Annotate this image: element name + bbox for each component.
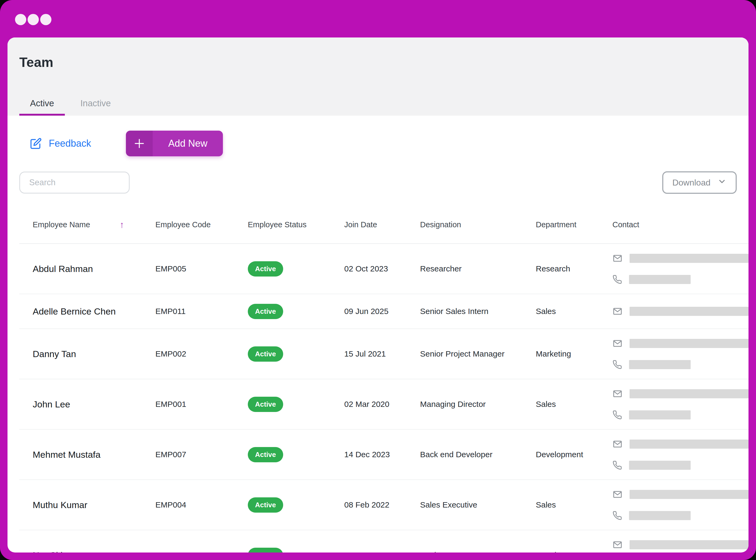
table-header-row: Employee Name ↑ Employee Code Employee S… [19, 206, 749, 244]
sort-ascending-icon: ↑ [119, 220, 124, 230]
employee-status-cell: Active [248, 261, 344, 277]
redacted-email-bar [629, 389, 749, 398]
redacted-phone-bar [629, 461, 691, 470]
contact-cell [613, 540, 749, 553]
redacted-phone-bar [629, 275, 691, 284]
window-dot-1[interactable] [15, 14, 26, 25]
search-box [19, 172, 130, 194]
table-row[interactable]: Muthu Kumar EMP004 Active 08 Feb 2022 Sa… [19, 480, 749, 530]
employee-name-cell: Mehmet Mustafa [19, 449, 155, 460]
status-badge: Active [248, 397, 283, 412]
join-date-cell: 08 Feb 2022 [344, 500, 420, 509]
status-badge: Active [248, 548, 283, 553]
search-input[interactable] [19, 172, 130, 194]
department-cell: Marketing [536, 349, 613, 358]
designation-cell: Designer [420, 551, 536, 553]
employee-name-cell: Adelle Bernice Chen [19, 306, 155, 317]
redacted-email-bar [629, 307, 749, 316]
contact-cell [613, 389, 749, 420]
window-dot-3[interactable] [40, 14, 52, 25]
tab-inactive[interactable]: Inactive [70, 91, 122, 116]
join-date-cell: 02 Mar 2020 [344, 400, 420, 409]
window-dot-2[interactable] [27, 14, 39, 25]
phone-icon [613, 410, 622, 420]
department-cell: Development [536, 450, 613, 459]
download-button[interactable]: Download [662, 171, 737, 194]
mail-icon [613, 306, 623, 316]
column-header-join-date[interactable]: Join Date [344, 220, 420, 229]
contact-phone-line [613, 275, 749, 284]
window-frame: Team Active Inactive Feedback [0, 0, 756, 560]
plus-icon [126, 131, 153, 156]
column-header-employee-name[interactable]: Employee Name ↑ [19, 220, 155, 230]
column-header-department[interactable]: Department [536, 220, 613, 229]
chevron-down-icon [717, 177, 726, 188]
add-new-button[interactable]: Add New [126, 131, 223, 156]
page-title: Team [19, 55, 737, 70]
employee-name-cell: Nur Siti [19, 550, 155, 553]
column-header-employee-status[interactable]: Employee Status [248, 220, 344, 229]
redacted-phone-bar [629, 411, 691, 419]
contact-phone-line [613, 410, 749, 420]
redacted-email-bar [629, 254, 749, 263]
table-row[interactable]: Danny Tan EMP002 Active 15 Jul 2021 Seni… [19, 329, 749, 379]
designation-cell: Researcher [420, 264, 536, 273]
tab-bar: Active Inactive [19, 91, 737, 116]
mail-icon [613, 439, 623, 449]
column-header-employee-code[interactable]: Employee Code [155, 220, 248, 229]
employee-code-cell: EMP003 [155, 551, 248, 553]
designation-cell: Managing Director [420, 400, 536, 409]
join-date-cell: 01 Jan 2021 [344, 551, 420, 553]
department-cell: Sales [536, 400, 613, 409]
phone-icon [613, 511, 622, 520]
employee-status-cell: Active [248, 548, 344, 553]
contact-cell [613, 306, 749, 316]
department-cell: Sales [536, 307, 613, 316]
department-cell: Research [536, 264, 613, 273]
mail-icon [613, 338, 623, 348]
status-badge: Active [248, 497, 283, 513]
tab-active[interactable]: Active [19, 91, 65, 116]
feedback-label: Feedback [49, 138, 91, 149]
department-cell: Sales [536, 500, 613, 509]
contact-email-line [613, 540, 749, 550]
column-header-contact[interactable]: Contact [613, 220, 749, 229]
employee-code-cell: EMP001 [155, 400, 248, 409]
designation-cell: Back end Developer [420, 450, 536, 459]
join-date-cell: 09 Jun 2025 [344, 307, 420, 316]
table-row[interactable]: Mehmet Mustafa EMP007 Active 14 Dec 2023… [19, 429, 749, 480]
table-row[interactable]: Adelle Bernice Chen EMP011 Active 09 Jun… [19, 294, 749, 329]
employee-name-cell: John Lee [19, 399, 155, 409]
join-date-cell: 15 Jul 2021 [344, 349, 420, 358]
employee-code-cell: EMP007 [155, 450, 248, 459]
employee-status-cell: Active [248, 397, 344, 412]
employee-code-cell: EMP005 [155, 264, 248, 273]
redacted-email-bar [629, 540, 749, 549]
add-new-label: Add New [153, 131, 223, 156]
app-panel: Team Active Inactive Feedback [7, 38, 749, 553]
table-row[interactable]: John Lee EMP001 Active 02 Mar 2020 Manag… [19, 379, 749, 429]
contact-phone-line [613, 511, 749, 520]
feedback-button[interactable]: Feedback [30, 138, 91, 149]
employee-status-cell: Active [248, 346, 344, 362]
table-row[interactable]: Nur Siti EMP003 Active 01 Jan 2021 Desig… [19, 530, 749, 553]
phone-icon [613, 275, 622, 284]
table-row[interactable]: Abdul Rahman EMP005 Active 02 Oct 2023 R… [19, 244, 749, 294]
window-controls [15, 14, 52, 25]
contact-email-line [613, 306, 749, 316]
join-date-cell: 02 Oct 2023 [344, 264, 420, 273]
status-badge: Active [248, 346, 283, 362]
column-header-designation[interactable]: Designation [420, 220, 536, 229]
employee-name-cell: Abdul Rahman [19, 264, 155, 274]
mail-icon [613, 253, 623, 263]
contact-phone-line [613, 360, 749, 369]
employee-name-cell: Danny Tan [19, 349, 155, 359]
designation-cell: Senior Sales Intern [420, 307, 536, 316]
designation-cell: Senior Project Manager [420, 349, 536, 358]
mail-icon [613, 489, 623, 500]
redacted-email-bar [629, 339, 749, 348]
contact-phone-line [613, 460, 749, 470]
contact-email-line [613, 389, 749, 399]
employee-status-cell: Active [248, 447, 344, 462]
contact-cell [613, 439, 749, 470]
